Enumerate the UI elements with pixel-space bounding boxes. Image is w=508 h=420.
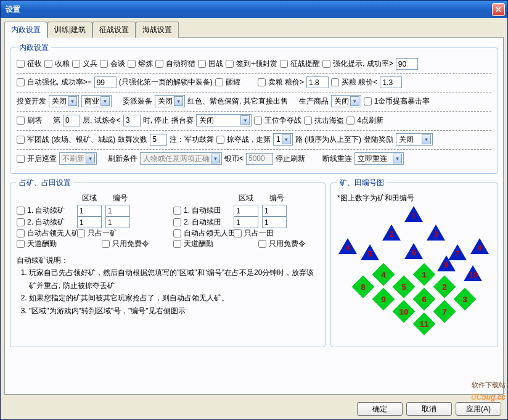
sel-shengchan[interactable]: 关闭▼ [331,95,361,107]
diamond-icon [413,288,436,311]
diamond-icon [393,300,416,323]
triangle-icon [437,255,456,271]
window-title: 设置 [6,4,492,15]
sel-zou[interactable]: 1▼ [273,133,293,146]
sel-botaisai[interactable]: 关闭▼ [196,114,252,126]
diamond-icon [413,313,436,336]
cb-ronglian[interactable]: 熔炼 [128,59,153,69]
sel-weipai[interactable]: 关闭▼ [155,95,185,107]
sel-touzi[interactable]: 关闭▼ [49,95,79,107]
cb-sidian[interactable]: 4点刷新 [346,115,383,126]
cb-qiandao[interactable]: 签到+领封赏 [226,59,277,69]
chevron-down-icon: ▼ [350,96,359,106]
label-weipai: 委派装备 [123,96,152,107]
cb-field-auto[interactable]: 自动占领无人田 [173,228,230,239]
label-touzi: 投资开发 [17,96,46,107]
cb-zhengshou[interactable]: 征收 [17,59,42,69]
fieldset-neizheng: 内政设置 征收 收粮 义兵 会谈 熔炼 自动狩猎 国战 签到+领封赏 征战提醒 … [10,43,498,174]
cb-zaguan[interactable]: 砸罐 [215,77,240,88]
cb-mine-auto[interactable]: 自动占领无人矿 [17,228,73,239]
chevron-down-icon: ▼ [68,96,77,106]
input-mine2-area[interactable] [77,216,102,228]
label-shengchan: 生产商品 [299,96,329,107]
cb-field2[interactable]: 2. 自动续田 [173,217,230,228]
triangle-icon [361,244,379,260]
chevron-down-icon: ▼ [240,115,250,125]
cb-kangji[interactable]: 抗击海盗 [304,115,344,126]
cb-zhengzhantixing[interactable]: 征战提醒 [280,59,320,69]
fieldset-mine: 占矿、占田设置 区域编号 1. 自动续矿 2. 自动续矿 自动占领无人矿只占一矿… [10,178,326,347]
chevron-down-icon: ▼ [86,154,95,163]
apply-button[interactable]: 应用(A) [456,402,501,416]
tab-bar: 内政设置 训练|建筑 征战设置 海战设置 [4,22,504,38]
cancel-button[interactable]: 取消 [406,402,452,416]
cb-mine1[interactable]: 1. 自动续矿 [17,205,73,216]
triangle-icon [470,238,489,254]
input-mailiang2[interactable] [380,76,402,88]
input-qianghua-rate[interactable] [396,58,418,70]
cb-kaiqi[interactable]: 开启巡查 [17,154,57,164]
cb-juntuan[interactable]: 军团战 (农场、银矿、城战) [17,134,115,145]
diagram [337,206,491,342]
cb-field1[interactable]: 1. 自动续田 [173,205,230,216]
input-mine1-num[interactable] [105,205,130,216]
ok-button[interactable]: 确定 [357,402,403,416]
legend-neizheng: 内政设置 [17,43,51,53]
cb-zdqh[interactable]: 自动强化, 成功率>= [17,77,92,88]
tab-haizhan[interactable]: 海战设置 [136,22,179,38]
input-field2-num[interactable] [262,216,287,228]
input-shilian[interactable] [123,115,141,126]
cb-mine-free[interactable]: 只用免费令 [102,239,158,249]
cb-jinbi[interactable]: 1金币提高暴击率 [364,96,430,107]
legend-diagram: 矿、田编号图 [337,178,387,188]
sel-shangye[interactable]: 商业▼ [81,95,112,107]
mine-desc: 自动续矿说明： 玩家自己先占领好矿，然后自动根据您填写的"区域"和"编号"在占不… [17,254,319,317]
input-guwu[interactable] [150,134,167,146]
diamond-icon [433,276,456,299]
cb-yibing[interactable]: 义兵 [72,59,97,69]
input-field1-num[interactable] [262,205,287,216]
legend-mine: 占矿、占田设置 [17,178,73,188]
input-ceng[interactable] [63,115,80,126]
cb-shouliang[interactable]: 收粮 [44,59,70,69]
cb-wangwei[interactable]: 王位争夺战 [254,115,301,126]
tab-xunlian[interactable]: 训练|建筑 [47,22,92,38]
cb-mailiang2[interactable]: 买粮 粮价< [331,77,377,88]
sel-shuaxin: 人物或任意两项正确▼ [140,152,222,165]
fieldset-diagram: 矿、田编号图 *图上数字为矿和田编号 [330,178,498,347]
cb-mailiang1[interactable]: 卖粮 粮价> [258,77,304,88]
cb-field-only1[interactable]: 只占一田 [234,228,290,239]
sel-duanxian[interactable]: 立即重连▼ [354,152,404,165]
close-button[interactable]: ✕ [492,3,505,16]
triangle-icon [404,206,423,222]
diamond-icon [433,300,456,323]
cb-mine-only1[interactable]: 只占一矿 [77,228,134,239]
titlebar: 设置 ✕ [1,1,507,18]
sel-denglu[interactable]: 关闭▼ [396,133,433,146]
diamond-icon [393,276,416,299]
cb-guozhan[interactable]: 国战 [198,59,223,69]
cb-zidongshoulie[interactable]: 自动狩猎 [155,59,195,69]
cb-mine2[interactable]: 2. 自动续矿 [17,217,73,228]
input-mine2-num[interactable] [105,216,130,228]
cb-huitan[interactable]: 会谈 [100,59,125,69]
cb-field-free[interactable]: 只用免费令 [258,239,315,249]
cb-field-tiandao[interactable]: 天道酬勤 [173,239,230,249]
input-field1-area[interactable] [234,205,258,216]
sel-bushua: 不刷新▼ [59,152,97,165]
input-yinbi [246,153,273,165]
cb-lueduo[interactable]: 掠夺战 [216,134,249,145]
input-mine1-area[interactable] [77,205,102,216]
cb-shuata[interactable]: 刷塔 [17,115,42,126]
input-mailiang1[interactable] [306,76,329,88]
cb-qianghuatishi[interactable]: 强化提示, 成功率> [322,59,393,69]
cb-mine-tiandao[interactable]: 天道酬勤 [17,239,73,249]
diamond-icon [372,288,395,311]
input-field2-area[interactable] [234,216,258,228]
tab-zhengzhan[interactable]: 征战设置 [92,22,136,38]
weipai-note: 红色、紫色保留, 其它直接出售 [187,96,288,107]
tab-neizheng[interactable]: 内政设置 [4,22,47,38]
chevron-down-icon: ▼ [211,154,220,163]
input-zdqh[interactable] [94,76,117,88]
chevron-down-icon: ▼ [174,96,183,106]
